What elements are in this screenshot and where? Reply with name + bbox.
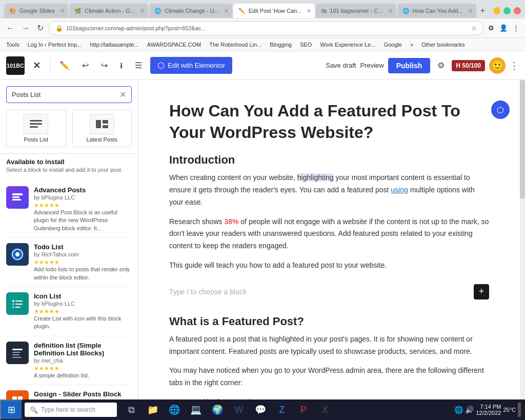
bookmark-sample[interactable]: http://laibasample... <box>88 41 140 48</box>
network-icon[interactable]: 🌐 <box>454 406 463 414</box>
elementor-floating-button[interactable]: ⬡ <box>491 101 510 119</box>
taskbar-powerpoint[interactable]: P <box>293 399 314 420</box>
bookmark-seo[interactable]: SEO <box>298 41 314 48</box>
taskbar-edge[interactable]: 🌐 <box>164 399 185 420</box>
address-bar[interactable]: 🔒 101bagscorner.com/wp-admin/post.php?po… <box>49 21 483 35</box>
search-input-wrap[interactable]: ✕ <box>6 86 132 103</box>
svg-rect-0 <box>30 120 42 122</box>
speaker-icon[interactable]: 🔊 <box>465 406 474 414</box>
show-desktop-button[interactable] <box>518 403 521 417</box>
taskbar-word[interactable]: W <box>229 399 249 420</box>
tab-edit-post[interactable]: ✏️ Edit Post 'How Can... ✕ <box>233 4 315 18</box>
settings-gear-button[interactable]: ⚙ <box>434 57 448 73</box>
bookmark-work-exp[interactable]: Work Experience Le... <box>318 41 377 48</box>
editor-body: ✕ Posts List <box>0 80 525 420</box>
tab-close-icon[interactable]: ✕ <box>60 8 65 14</box>
post-title: How Can You Add a Featured Post To Your … <box>169 101 489 143</box>
tab-climate-change[interactable]: 🌐 Climate Change - U... ✕ <box>149 4 232 18</box>
block-item-posts-list[interactable]: Posts List <box>6 109 66 147</box>
search-input[interactable] <box>12 91 116 98</box>
undo-button[interactable]: ↩ <box>78 57 93 73</box>
info-button[interactable]: ℹ <box>116 58 127 73</box>
tab-close-icon[interactable]: ✕ <box>224 8 229 14</box>
section2-heading: What is a Featured Post? <box>169 315 489 328</box>
back-button[interactable]: ← <box>4 23 16 34</box>
taskbar-clock[interactable]: 7:14 PM 12/2/2022 <box>476 404 501 416</box>
svg-rect-15 <box>15 304 23 305</box>
taskbar-task-view[interactable]: ⧉ <box>121 399 142 420</box>
save-draft-button[interactable]: Save draft <box>326 62 356 69</box>
extensions-icon[interactable]: ⚙ <box>487 23 496 33</box>
window-maximize-button[interactable] <box>503 7 511 14</box>
window-minimize-button[interactable] <box>493 7 500 14</box>
svg-rect-3 <box>96 120 101 128</box>
tab-bagscorner[interactable]: 🛍 101 bagscorner - C... ✕ <box>316 4 396 18</box>
bookmark-more[interactable]: » <box>408 41 415 48</box>
list-view-button[interactable]: ☰ <box>131 57 146 73</box>
plugin-item-icon-list[interactable]: Icon List by bPlugins LLC ★★★★★ Create L… <box>6 287 132 336</box>
bookmark-tools[interactable]: Tools <box>4 41 22 48</box>
address-text: 101bagscorner.com/wp-admin/post.php?post… <box>66 25 468 31</box>
available-subtitle: Select a block to install and add it to … <box>6 167 132 173</box>
edit-with-elementor-button[interactable]: ⬡ Edit with Elementor <box>150 57 232 74</box>
available-section: Available to install Select a block to i… <box>0 153 138 181</box>
taskbar-vscode[interactable]: 💻 <box>186 399 206 420</box>
intro-para-1: When creating content on your website, h… <box>169 172 489 208</box>
svg-rect-6 <box>12 193 23 195</box>
taskbar-file-explorer[interactable]: 📁 <box>143 399 163 420</box>
bookmark-awardspace[interactable]: AWARDSPACE.COM <box>145 41 203 48</box>
plugin-item-definition-list[interactable]: definition list (Simple Definition List … <box>6 336 132 385</box>
scrollbar-thumb[interactable] <box>520 80 525 199</box>
taskbar-excel[interactable]: X <box>315 399 335 420</box>
bookmark-login[interactable]: Log In ‹ Perfect Imp... <box>26 41 84 48</box>
tab-close-icon[interactable]: ✕ <box>388 8 393 14</box>
more-nav-icon[interactable]: ⋮ <box>511 23 521 33</box>
definition-list-info: definition list (Simple Definition List … <box>34 342 132 379</box>
advanced-posts-icon <box>6 186 29 209</box>
definition-list-name: definition list (Simple Definition List … <box>34 342 132 357</box>
taskbar-chrome[interactable]: 🌍 <box>207 399 228 420</box>
preview-button[interactable]: Preview <box>360 62 383 69</box>
plugin-item-advanced-posts[interactable]: Advanced Posts by bPlugins LLC ★★★★★ Adv… <box>6 181 132 238</box>
block-item-latest-posts[interactable]: Latest Posts <box>72 109 132 147</box>
svg-rect-5 <box>103 125 108 128</box>
reload-button[interactable]: ↻ <box>35 22 46 34</box>
yoast-score-badge[interactable]: H 50/100 <box>452 60 485 71</box>
elementor-label: Edit with Elementor <box>168 62 225 69</box>
add-block-button[interactable]: + <box>474 284 489 299</box>
icon-list-stars: ★★★★★ <box>34 308 132 315</box>
window-close-button[interactable] <box>514 7 521 14</box>
gosign-name: Gosign - Slider Posts Block <box>34 390 132 398</box>
tab-how-can[interactable]: 🌐 How Can You Add... ✕ <box>397 4 476 18</box>
forward-button[interactable]: → <box>19 23 32 34</box>
bookmark-google[interactable]: Google <box>381 41 403 48</box>
redo-button[interactable]: ↪ <box>97 57 112 73</box>
bookmark-other[interactable]: Other bookmarks <box>419 41 467 48</box>
taskbar-zoom[interactable]: Z <box>272 399 292 420</box>
user-avatar-button[interactable]: 🙂 <box>489 57 506 74</box>
tab-google-slides[interactable]: 🎨 Google Slides ✕ <box>4 4 68 18</box>
search-clear-button[interactable]: ✕ <box>119 90 126 99</box>
profile-icon[interactable]: 👤 <box>498 23 509 33</box>
brush-tool-button[interactable]: ✏️ <box>55 57 74 73</box>
bookmark-robinhood[interactable]: The Robinhood Lin... <box>207 41 264 48</box>
tab-close-icon[interactable]: ✕ <box>468 8 473 14</box>
start-button[interactable]: ⊞ <box>0 399 23 420</box>
close-button[interactable]: ✕ <box>29 57 45 74</box>
tab-close-icon[interactable]: ✕ <box>140 8 145 14</box>
bookmark-blogging[interactable]: Blogging <box>268 41 294 48</box>
advanced-posts-stars: ★★★★★ <box>34 202 132 209</box>
taskbar-whatsapp[interactable]: 💬 <box>250 399 271 420</box>
publish-button[interactable]: Publish <box>388 58 431 73</box>
tab-climate-action[interactable]: 🌿 Climate Action - G... ✕ <box>69 4 148 18</box>
tab-close-icon[interactable]: ✕ <box>307 8 311 14</box>
bookmark-icon[interactable]: ☆ <box>471 25 477 32</box>
tab-favicon: 🌐 <box>402 8 410 14</box>
more-options-button[interactable]: ⋮ <box>510 60 519 71</box>
elementor-float-icon: ⬡ <box>497 105 504 115</box>
scrollbar-track[interactable] <box>520 80 525 420</box>
plugin-item-todo-list[interactable]: Todo List by RichTabor.com ★★★★★ Add tod… <box>6 238 132 287</box>
definition-list-stars: ★★★★★ <box>34 365 132 372</box>
new-tab-button[interactable]: + <box>477 6 488 15</box>
taskbar-search[interactable]: 🔍 Type here to search <box>25 403 117 417</box>
